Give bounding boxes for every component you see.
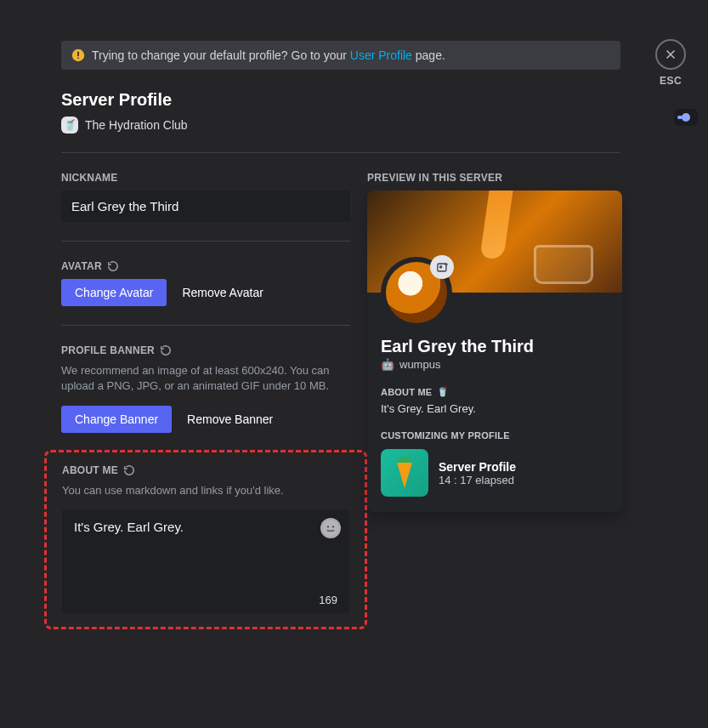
avatar-label: AVATAR	[61, 260, 350, 272]
change-banner-button[interactable]: Change Banner	[61, 406, 172, 433]
profile-preview-card: Earl Grey the Third 🤖 wumpus ABOUT ME 🥤 …	[367, 191, 622, 512]
nickname-label: NICKNAME	[61, 172, 350, 184]
divider	[61, 152, 620, 153]
esc-label: ESC	[660, 75, 682, 87]
add-image-icon	[436, 261, 449, 274]
svg-point-4	[327, 526, 329, 527]
preview-activity: Server Profile 14 : 17 elapsed	[381, 449, 609, 497]
reset-icon	[107, 260, 119, 272]
server-row: 🥤 The Hydration Club	[61, 117, 620, 134]
warning-icon	[71, 48, 85, 62]
about-me-highlight: ABOUT ME You can use markdown and links …	[44, 450, 367, 628]
preview-about-text: It's Grey. Earl Grey.	[381, 402, 609, 415]
svg-point-3	[323, 520, 338, 535]
cup-icon: 🥤	[437, 386, 449, 397]
emoji-icon	[322, 520, 339, 537]
preview-banner[interactable]	[367, 191, 622, 293]
preview-username: 🤖 wumpus	[381, 358, 609, 371]
page-title: Server Profile	[61, 90, 620, 110]
remove-banner-button[interactable]: Remove Banner	[184, 406, 276, 433]
banner-label: PROFILE BANNER	[61, 344, 350, 356]
preview-label: PREVIEW IN THIS SERVER	[367, 172, 622, 184]
change-avatar-button[interactable]: Change Avatar	[61, 279, 167, 306]
preview-display-name: Earl Grey the Third	[381, 337, 609, 356]
upload-avatar-button[interactable]	[430, 255, 454, 279]
notice-text-before: Trying to change your default profile? G…	[92, 48, 350, 62]
preview-about-label: ABOUT ME 🥤	[381, 386, 609, 397]
banner-hint: We recommend an image of at least 600x24…	[61, 363, 350, 394]
nickname-input[interactable]	[61, 191, 350, 222]
pencil-icon	[381, 449, 428, 497]
divider	[61, 325, 350, 326]
user-profile-link[interactable]: User Profile	[350, 48, 412, 62]
close-button[interactable]	[655, 39, 686, 70]
svg-rect-1	[77, 52, 79, 57]
emoji-picker-button[interactable]	[320, 518, 341, 538]
svg-rect-2	[77, 57, 79, 59]
about-me-hint: You can use markdown and links if you'd …	[62, 483, 349, 498]
divider	[61, 241, 350, 242]
activity-title: Server Profile	[439, 460, 516, 474]
notice-text-after: page.	[412, 48, 445, 62]
bot-icon: 🤖	[381, 358, 394, 371]
reset-icon	[123, 464, 135, 476]
profile-notice: Trying to change your default profile? G…	[61, 41, 620, 70]
close-icon	[664, 48, 677, 61]
about-me-label: ABOUT ME	[62, 464, 349, 476]
svg-point-7	[439, 265, 441, 267]
server-icon: 🥤	[61, 117, 78, 134]
about-me-char-count: 169	[319, 594, 337, 606]
remove-avatar-button[interactable]: Remove Avatar	[178, 279, 266, 306]
server-name: The Hydration Club	[85, 118, 188, 132]
about-me-input[interactable]	[62, 509, 349, 610]
svg-point-5	[332, 526, 334, 527]
activity-elapsed: 14 : 17 elapsed	[439, 474, 516, 486]
preview-activity-label: CUSTOMIZING MY PROFILE	[381, 430, 609, 441]
reset-icon	[160, 344, 172, 356]
